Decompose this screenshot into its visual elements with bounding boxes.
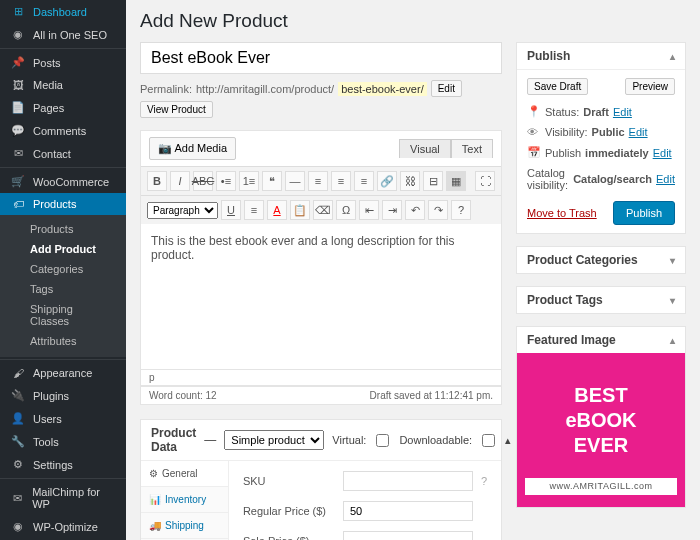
sidebar-item-comments[interactable]: 💬Comments	[0, 119, 126, 142]
autosave-status: Draft saved at 11:12:41 pm.	[370, 390, 493, 401]
preview-button[interactable]: Preview	[625, 78, 675, 95]
permalink-slug[interactable]: best-ebook-ever/	[338, 82, 427, 96]
quote-button[interactable]: ❝	[262, 171, 282, 191]
tab-icon: ⚙	[149, 468, 158, 479]
sidebar-sub-tags[interactable]: Tags	[0, 279, 126, 299]
pd-tab-inventory[interactable]: 📊 Inventory	[141, 487, 228, 513]
visibility-edit-link[interactable]: Edit	[629, 126, 648, 138]
clear-format-button[interactable]: ⌫	[313, 200, 333, 220]
downloadable-checkbox[interactable]	[482, 434, 495, 447]
sidebar-item-media[interactable]: 🖼Media	[0, 74, 126, 96]
help-button[interactable]: ?	[451, 200, 471, 220]
sidebar-item-mailchimp-for-wp[interactable]: ✉MailChimp for WP	[0, 481, 126, 515]
link-button[interactable]: 🔗	[377, 171, 397, 191]
panel-toggle-icon[interactable]: ▴	[505, 434, 511, 447]
sale-price-input[interactable]	[343, 531, 473, 540]
schedule-edit-link[interactable]: Edit	[653, 147, 672, 159]
menu-icon: ✉	[10, 492, 25, 505]
sidebar-sub-categories[interactable]: Categories	[0, 259, 126, 279]
sidebar-item-woocommerce[interactable]: 🛒WooCommerce	[0, 170, 126, 193]
sidebar-sub-shipping-classes[interactable]: Shipping Classes	[0, 299, 126, 331]
tags-panel[interactable]: Product Tags▾	[516, 286, 686, 314]
menu-icon: ✉	[10, 147, 26, 160]
strike-button[interactable]: ABC	[193, 171, 213, 191]
fullscreen-button[interactable]: ⛶	[475, 171, 495, 191]
featured-image[interactable]: BEST eBOOK EVER www.AMRITAGILL.com	[517, 353, 685, 507]
special-char-button[interactable]: Ω	[336, 200, 356, 220]
downloadable-label: Downloadable:	[399, 434, 472, 446]
tab-text[interactable]: Text	[451, 139, 493, 158]
sidebar-item-settings[interactable]: ⚙Settings	[0, 453, 126, 476]
status-edit-link[interactable]: Edit	[613, 106, 632, 118]
italic-button[interactable]: I	[170, 171, 190, 191]
sku-label: SKU	[243, 475, 343, 487]
sku-input[interactable]	[343, 471, 473, 491]
sidebar-item-dashboard[interactable]: ⊞Dashboard	[0, 0, 126, 23]
sidebar-item-contact[interactable]: ✉Contact	[0, 142, 126, 165]
product-data-title: Product Data	[151, 426, 196, 454]
chevron-down-icon: ▾	[670, 295, 675, 306]
categories-panel[interactable]: Product Categories▾	[516, 246, 686, 274]
textcolor-button[interactable]: A	[267, 200, 287, 220]
sidebar-item-posts[interactable]: 📌Posts	[0, 51, 126, 74]
product-title-input[interactable]	[140, 42, 502, 74]
sidebar-item-pages[interactable]: 📄Pages	[0, 96, 126, 119]
permalink-edit-button[interactable]: Edit	[431, 80, 462, 97]
outdent-button[interactable]: ⇤	[359, 200, 379, 220]
sidebar-sub-attributes[interactable]: Attributes	[0, 331, 126, 351]
trash-link[interactable]: Move to Trash	[527, 207, 597, 219]
unlink-button[interactable]: ⛓	[400, 171, 420, 191]
hr-button[interactable]: —	[285, 171, 305, 191]
editor-textarea[interactable]: This is the best ebook ever and a long d…	[141, 224, 501, 369]
toolbar-toggle-button[interactable]: ▦	[446, 171, 466, 191]
publish-button[interactable]: Publish	[613, 201, 675, 225]
catalog-edit-link[interactable]: Edit	[656, 173, 675, 185]
tab-icon: 🚚	[149, 520, 161, 531]
sidebar-item-plugins[interactable]: 🔌Plugins	[0, 384, 126, 407]
permalink-row: Permalink: http://amritagill.com/product…	[140, 80, 502, 118]
pd-tab-shipping[interactable]: 🚚 Shipping	[141, 513, 228, 539]
bullet-list-button[interactable]: •≡	[216, 171, 236, 191]
menu-icon: ⊞	[10, 5, 26, 18]
align-right-button[interactable]: ≡	[354, 171, 374, 191]
underline-button[interactable]: U	[221, 200, 241, 220]
view-product-button[interactable]: View Product	[140, 101, 213, 118]
sidebar-sub-add-product[interactable]: Add Product	[0, 239, 126, 259]
bold-button[interactable]: B	[147, 171, 167, 191]
redo-button[interactable]: ↷	[428, 200, 448, 220]
sidebar-sub-products[interactable]: Products	[0, 219, 126, 239]
sidebar-item-all-in-one-seo[interactable]: ◉All in One SEO	[0, 23, 126, 46]
eye-icon: 👁	[527, 126, 541, 138]
publish-header[interactable]: Publish▴	[517, 43, 685, 69]
save-draft-button[interactable]: Save Draft	[527, 78, 588, 95]
align-center-button[interactable]: ≡	[331, 171, 351, 191]
product-type-select[interactable]: Simple product	[224, 430, 324, 450]
menu-icon: ◉	[10, 520, 26, 533]
sidebar-item-users[interactable]: 👤Users	[0, 407, 126, 430]
menu-icon: 📄	[10, 101, 26, 114]
help-icon[interactable]: ?	[481, 475, 487, 487]
regular-price-input[interactable]	[343, 501, 473, 521]
menu-icon: 📌	[10, 56, 26, 69]
number-list-button[interactable]: 1≡	[239, 171, 259, 191]
paste-text-button[interactable]: 📋	[290, 200, 310, 220]
indent-button[interactable]: ⇥	[382, 200, 402, 220]
pd-tab-general[interactable]: ⚙ General	[141, 461, 228, 487]
paragraph-select[interactable]: Paragraph	[147, 202, 218, 219]
more-button[interactable]: ⊟	[423, 171, 443, 191]
align-left-button[interactable]: ≡	[308, 171, 328, 191]
sidebar-item-wp-optimize[interactable]: ◉WP-Optimize	[0, 515, 126, 538]
undo-button[interactable]: ↶	[405, 200, 425, 220]
add-media-button[interactable]: 📷 Add Media	[149, 137, 236, 160]
editor-toolbar-1: B I ABC •≡ 1≡ ❝ — ≡ ≡ ≡ 🔗 ⛓ ⊟ ▦	[141, 166, 501, 195]
product-data-panel: Product Data — Simple product Virtual: D…	[140, 419, 502, 540]
sidebar-item-products[interactable]: 🏷Products	[0, 193, 126, 215]
virtual-checkbox[interactable]	[376, 434, 389, 447]
sidebar-item-tools[interactable]: 🔧Tools	[0, 430, 126, 453]
tab-visual[interactable]: Visual	[399, 139, 451, 158]
main-content: Add New Product Permalink: http://amrita…	[126, 0, 700, 540]
editor-path: p	[141, 370, 501, 386]
sidebar-item-appearance[interactable]: 🖌Appearance	[0, 362, 126, 384]
permalink-base: http://amritagill.com/product/	[196, 83, 334, 95]
justify-button[interactable]: ≡	[244, 200, 264, 220]
